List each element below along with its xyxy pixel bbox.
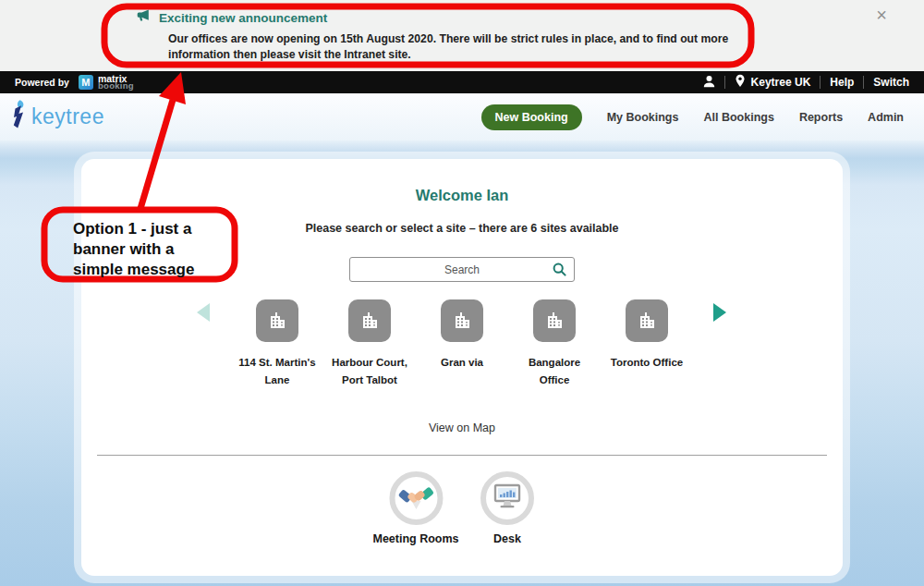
booking-card: Welcome Ian Please search or select a si… <box>81 159 843 576</box>
chevron-left-icon[interactable] <box>197 303 210 322</box>
site-label: Toronto Office <box>607 354 687 372</box>
view-on-map-link[interactable]: View on Map <box>81 421 843 434</box>
site-tile[interactable]: 114 St. Martin's Lane <box>231 299 323 389</box>
category-desk[interactable]: Desk <box>480 471 534 545</box>
map-pin-icon <box>735 74 746 91</box>
site-tile[interactable]: Harbour Court, Port Talbot <box>323 299 416 389</box>
nav-item-new-booking[interactable]: New Booking <box>481 104 582 130</box>
handshake-icon <box>389 471 443 525</box>
keytree-logo-text: keytree <box>31 104 104 129</box>
matrix-logo-sub: booking <box>98 82 134 91</box>
site-tile[interactable]: Toronto Office <box>601 299 693 389</box>
category-label: Meeting Rooms <box>372 532 458 545</box>
banner-message: Our offices are now opening on 15th Augu… <box>168 31 736 63</box>
location-selector[interactable]: Keytree UK <box>735 74 811 91</box>
nav-item-admin[interactable]: Admin <box>868 111 904 124</box>
matrix-logo-mark: M <box>79 75 93 90</box>
nav-item-my-bookings[interactable]: My Bookings <box>607 111 679 124</box>
keytree-logo-icon <box>9 99 30 136</box>
site-label: Bangalore Office <box>515 354 594 389</box>
building-icon <box>441 299 483 342</box>
search-input[interactable] <box>349 257 575 282</box>
divider <box>863 76 864 89</box>
category-label: Desk <box>493 532 521 545</box>
divider <box>97 455 827 456</box>
building-icon <box>348 299 391 342</box>
person-icon <box>703 75 715 91</box>
close-icon[interactable]: × <box>876 6 887 24</box>
divider <box>820 76 821 89</box>
site-label: 114 St. Martin's Lane <box>237 354 317 389</box>
banner-title: Exciting new announcement <box>159 11 327 25</box>
building-icon <box>533 299 576 342</box>
site-tile[interactable]: Gran via <box>416 299 508 389</box>
main-navbar: keytree New Booking My Bookings All Book… <box>0 93 924 140</box>
switch-link[interactable]: Switch <box>873 76 909 89</box>
site-search <box>349 257 575 282</box>
chevron-right-icon[interactable] <box>713 303 726 322</box>
category-meeting-rooms[interactable]: Meeting Rooms <box>372 471 458 545</box>
nav-item-all-bookings[interactable]: All Bookings <box>703 111 773 124</box>
monitor-icon <box>480 471 534 525</box>
announcement-banner: Exciting new announcement Our offices ar… <box>0 0 924 71</box>
building-icon <box>626 299 668 342</box>
site-tile[interactable]: Bangalore Office <box>508 299 601 389</box>
divider <box>724 76 725 89</box>
keytree-logo[interactable]: keytree <box>9 99 104 136</box>
building-icon <box>256 299 298 342</box>
matrix-booking-logo: M matrix booking <box>79 75 134 91</box>
site-label: Harbour Court, Port Talbot <box>330 354 409 389</box>
nav-menu: New Booking My Bookings All Bookings Rep… <box>481 104 905 130</box>
location-label: Keytree UK <box>751 76 811 89</box>
nav-item-reports[interactable]: Reports <box>799 111 843 124</box>
site-label: Gran via <box>422 354 502 372</box>
welcome-heading: Welcome Ian <box>81 187 843 204</box>
top-utility-bar: Powered by M matrix booking Keytree <box>0 71 924 93</box>
site-select-subtitle: Please search or select a site – there a… <box>81 222 843 235</box>
megaphone-icon <box>136 8 151 27</box>
magnifier-icon[interactable] <box>553 262 566 280</box>
help-link[interactable]: Help <box>830 76 854 89</box>
site-carousel: 114 St. Martin's Lane Harbour Court, Por… <box>81 299 843 420</box>
powered-by-label: Powered by <box>15 77 69 88</box>
screen: Exciting new announcement Our offices ar… <box>0 0 924 586</box>
main-background: Welcome Ian Please search or select a si… <box>0 140 924 586</box>
user-menu[interactable] <box>703 75 715 91</box>
